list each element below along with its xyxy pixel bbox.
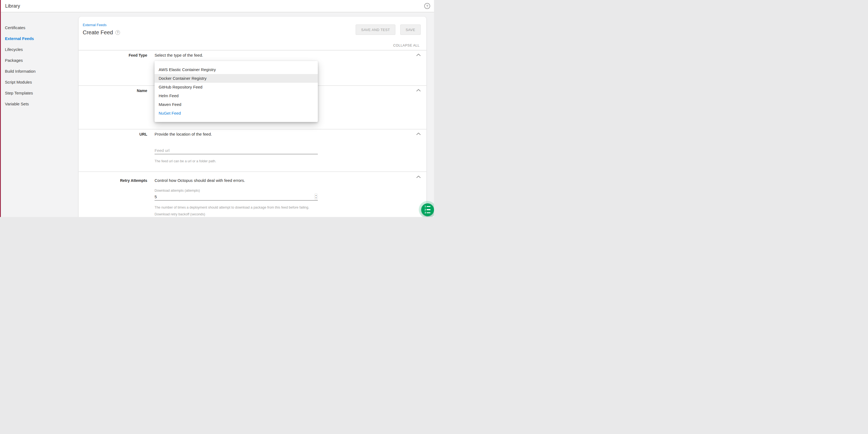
top-bar: Library ? [0, 0, 434, 12]
retry-attempts-body: Control how Octopus should deal with fee… [155, 178, 318, 217]
save-and-test-button[interactable]: SAVE AND TEST [355, 25, 395, 35]
dropdown-item-maven-feed[interactable]: Maven Feed [155, 100, 318, 109]
task-list-fab-button[interactable]: 1 2 3 [421, 203, 434, 216]
feed-url-input[interactable] [155, 147, 318, 154]
sidebar-item-step-templates[interactable]: Step Templates [1, 87, 78, 98]
download-attempts-field: ▲ ▼ [155, 193, 318, 201]
collapse-all-button[interactable]: COLLAPSE ALL [393, 44, 420, 47]
library-screen: Library ? Certificates External Feeds Li… [0, 0, 434, 217]
sidebar: Certificates External Feeds Lifecycles P… [1, 12, 78, 217]
title-help-icon[interactable]: ? [115, 30, 120, 35]
page-header-title: Library [5, 3, 20, 9]
number-stepper[interactable]: ▲ ▼ [314, 193, 318, 200]
sidebar-item-external-feeds[interactable]: External Feeds [1, 33, 78, 44]
ordered-list-icon: 1 2 3 [425, 205, 431, 214]
card-header: External Feeds Create Feed ? SAVE AND TE… [79, 17, 426, 36]
collapse-all-row: COLLAPSE ALL [79, 43, 426, 50]
feed-type-dropdown-menu: AWS Elastic Container Registry Docker Co… [155, 61, 318, 122]
url-description: Provide the location of the feed. [155, 132, 318, 137]
dropdown-item-github-repository-feed[interactable]: GitHub Repository Feed [155, 83, 318, 91]
sidebar-item-lifecycles[interactable]: Lifecycles [1, 44, 78, 55]
title-line: Create Feed ? [83, 29, 120, 36]
breadcrumb-and-title: External Feeds Create Feed ? [83, 22, 120, 36]
feed-type-label: Feed Type [79, 53, 147, 86]
download-attempts-input[interactable] [155, 193, 318, 200]
dropdown-item-nuget-feed[interactable]: NuGet Feed [155, 109, 318, 118]
stepper-divider [315, 197, 317, 197]
section-url: URL Provide the location of the feed. Th… [79, 129, 426, 172]
collapse-chevron-up-icon[interactable] [416, 54, 421, 56]
collapse-chevron-up-icon[interactable] [416, 89, 421, 91]
download-attempts-helper: The number of times a deployment should … [155, 206, 318, 209]
help-icon[interactable]: ? [424, 3, 430, 9]
sidebar-item-packages[interactable]: Packages [1, 55, 78, 66]
name-label: Name [79, 88, 147, 129]
action-buttons: SAVE AND TEST SAVE [352, 25, 421, 36]
url-body: Provide the location of the feed. The fe… [155, 132, 318, 172]
breadcrumb-external-feeds[interactable]: External Feeds [83, 23, 106, 27]
retry-attempts-label: Retry Attempts [79, 178, 147, 217]
download-attempts-field-label: Download attempts (attempts) [155, 189, 318, 193]
retry-description: Control how Octopus should deal with fee… [155, 178, 318, 183]
feed-url-field [155, 147, 318, 154]
section-retry-attempts: Retry Attempts Control how Octopus shoul… [79, 172, 426, 217]
fab-halo: 1 2 3 [419, 201, 434, 217]
stepper-down-icon[interactable]: ▼ [315, 197, 317, 199]
collapse-chevron-up-icon[interactable] [416, 176, 421, 178]
sidebar-item-certificates[interactable]: Certificates [1, 22, 78, 33]
dropdown-item-docker-container-registry[interactable]: Docker Container Registry [155, 74, 318, 83]
sidebar-item-variable-sets[interactable]: Variable Sets [1, 98, 78, 109]
dropdown-item-aws-elastic-container-registry[interactable]: AWS Elastic Container Registry [155, 65, 318, 74]
url-label: URL [79, 132, 147, 172]
stepper-up-icon[interactable]: ▲ [315, 194, 317, 196]
url-helper-text: The feed url can be a url or a folder pa… [155, 159, 318, 163]
collapse-chevron-up-icon[interactable] [416, 133, 421, 135]
retry-backoff-field-label: Download retry backoff (seconds) [155, 212, 318, 216]
page-title: Create Feed [83, 29, 113, 36]
sidebar-item-script-modules[interactable]: Script Modules [1, 77, 78, 87]
dropdown-item-helm-feed[interactable]: Helm Feed [155, 91, 318, 100]
save-button[interactable]: SAVE [400, 25, 421, 35]
sidebar-item-build-information[interactable]: Build Information [1, 66, 78, 77]
left-accent-stripe [0, 0, 1, 217]
